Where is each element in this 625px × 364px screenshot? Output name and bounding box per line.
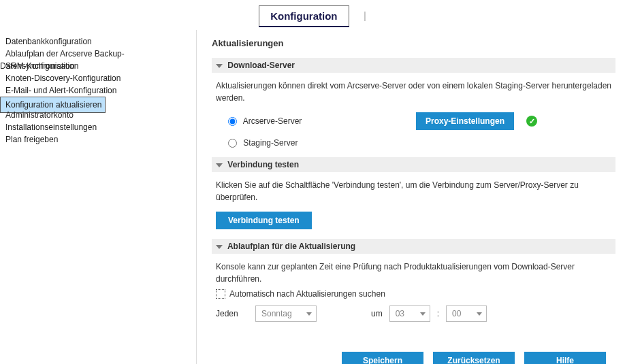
reset-button[interactable]: Zurücksetzen [433,352,515,364]
schedule-description: Konsole kann zur geplanten Zeit eine Prü… [216,261,615,285]
chevron-down-icon [216,64,223,68]
auto-check-label: Automatisch nach Aktualisierungen suchen [229,289,385,299]
save-button[interactable]: Speichern [342,352,423,364]
radio-staging-server[interactable]: Staging-Server [228,138,298,148]
sidebar-item-6[interactable]: Administratorkonto [0,108,78,122]
section-test-connection: Verbindung testen Klicken Sie auf die Sc… [212,157,615,229]
every-label: Jeden [216,309,249,318]
test-connection-button[interactable]: Verbindung testen [216,212,312,229]
section-header-schedule[interactable]: Ablaufplan für die Aktualisierung [212,239,615,254]
radio-arcserve-label: Arcserve-Server [243,116,302,126]
hour-select-value: 03 [396,309,404,318]
minute-select-value: 00 [452,309,461,318]
page-title: Aktualisierungen [212,38,615,48]
test-description: Klicken Sie auf die Schaltfläche 'Verbin… [216,179,615,203]
section-update-schedule: Ablaufplan für die Aktualisierung Konsol… [212,239,615,322]
chevron-down-icon [216,245,223,249]
radio-staging-label: Staging-Server [243,138,298,148]
at-label: um [371,309,383,318]
tab-bar: Konfiguration | [0,0,625,30]
sidebar: DatenbankkonfigurationAblaufplan der Arc… [0,30,197,364]
radio-arcserve-server[interactable]: Arcserve-Server [228,116,391,126]
proxy-settings-button[interactable]: Proxy-Einstellungen [416,112,514,130]
chevron-down-icon [216,163,223,167]
time-colon: : [437,309,439,318]
day-select[interactable]: Sonntag [255,305,317,322]
sidebar-item-0[interactable]: Datenbankkonfiguration [0,35,96,48]
tab-configuration[interactable]: Konfiguration [259,5,349,26]
day-select-value: Sonntag [261,309,292,318]
section-header-test-label: Verbindung testen [227,160,299,169]
main-panel: Aktualisierungen Download-Server Aktuali… [197,30,625,364]
section-header-test[interactable]: Verbindung testen [212,157,615,172]
sidebar-item-2[interactable]: SRM-Konfiguration [0,59,78,73]
section-download-server: Download-Server Aktualisierungen können … [212,58,615,148]
hour-select[interactable]: 03 [389,305,430,322]
auto-check-checkbox[interactable] [216,289,225,299]
footer-buttons: Speichern Zurücksetzen Hilfe [212,331,615,364]
chevron-down-icon [306,312,312,316]
chevron-down-icon [477,312,482,316]
chevron-down-icon [420,312,426,316]
status-ok-icon: ✓ [526,116,537,127]
sidebar-item-8[interactable]: Plan freigeben [0,133,62,146]
sidebar-item-4[interactable]: E-Mail- und Alert-Konfiguration [0,84,121,97]
help-button[interactable]: Hilfe [524,352,606,364]
tab-separator: | [364,5,366,21]
section-header-schedule-label: Ablaufplan für die Aktualisierung [227,242,355,251]
section-header-download[interactable]: Download-Server [212,58,615,73]
sidebar-item-7[interactable]: Installationseinstellungen [0,120,101,134]
section-header-download-label: Download-Server [227,61,295,70]
download-description: Aktualisierungen können direkt vom Arcse… [216,80,615,104]
sidebar-item-3[interactable]: Knoten-Discovery-Konfiguration [0,71,125,85]
minute-select[interactable]: 00 [446,305,487,322]
